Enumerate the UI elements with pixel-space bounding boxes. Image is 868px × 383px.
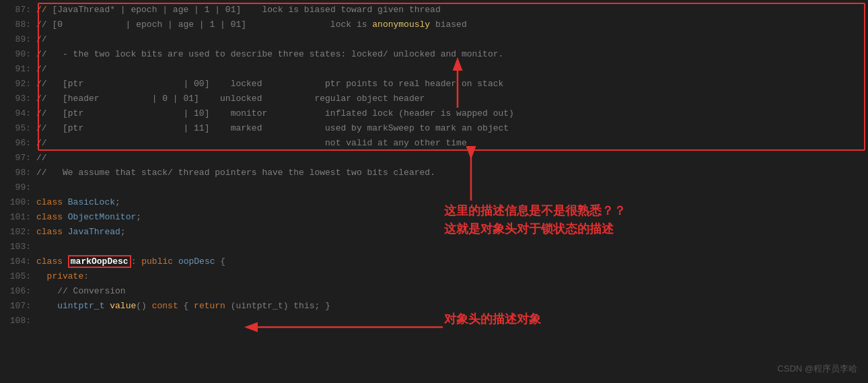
line-107: 107: uintptr_t value() const { return (u… (0, 299, 868, 314)
line-92: 92: // [ptr | 00] locked ptr points to r… (0, 77, 868, 92)
line-number: 90: (5, 47, 31, 62)
bottom-annotation: 对象头的描述对象 (444, 311, 541, 327)
line-number: 88: (5, 18, 31, 32)
line-number: 92: (5, 77, 31, 92)
annotation-bottom: 对象头的描述对象 (444, 312, 541, 326)
line-89: 89: // (0, 32, 868, 47)
line-93: 93: // [header | 0 | 01] unlocked regula… (0, 92, 868, 106)
line-94: 94: // [ptr | 10] monitor inflated lock … (0, 106, 868, 121)
line-number: 87: (5, 3, 31, 18)
line-101: 101: class ObjectMonitor; (0, 210, 868, 225)
line-99: 99: (0, 180, 868, 195)
line-number: 104: (5, 254, 31, 269)
line-103: 103: (0, 240, 868, 254)
line-number: 93: (5, 92, 31, 106)
csdn-label: CSDN @程序员李哈 (777, 363, 857, 375)
line-97: 97: // (0, 151, 868, 166)
line-number: 102: (5, 225, 31, 240)
line-105: 105: private: (0, 269, 868, 284)
line-87: 87: // [JavaThread* | epoch | age | 1 | … (0, 3, 868, 18)
arrow-top (458, 54, 659, 121)
line-95: 95: // [ptr | 11] marked used by markSwe… (0, 121, 868, 136)
line-102: 102: class JavaThread; (0, 225, 868, 240)
line-number: 89: (5, 32, 31, 47)
line-number: 107: (5, 299, 31, 314)
line-91: 91: // (0, 62, 868, 77)
line-104: 104: class markOopDesc: public oopDesc { (0, 254, 868, 269)
code-editor: 87: // [JavaThread* | epoch | age | 1 | … (0, 0, 868, 331)
line-number: 99: (5, 180, 31, 195)
line-100: 100: class BasicLock; (0, 195, 868, 210)
line-number: 103: (5, 240, 31, 254)
line-number: 108: (5, 314, 31, 328)
line-106: 106: // Conversion (0, 284, 868, 299)
line-number: 91: (5, 62, 31, 77)
line-98: 98: // We assume that stack/ thread poin… (0, 166, 868, 180)
arrow-bottom-connector (241, 320, 443, 383)
line-88: 88: // [0 | epoch | age | 1 | 01] lock i… (0, 18, 868, 32)
line-number: 101: (5, 210, 31, 225)
arrow-top-connector (471, 153, 673, 254)
line-number: 105: (5, 269, 31, 284)
line-number: 94: (5, 106, 31, 121)
line-90: 90: // - the two lock bits are used to d… (0, 47, 868, 62)
line-number: 96: (5, 136, 31, 151)
line-number: 106: (5, 284, 31, 299)
line-number: 95: (5, 121, 31, 136)
markoopdesc-highlight: markOopDesc (68, 255, 131, 268)
line-number: 100: (5, 195, 31, 210)
line-number: 97: (5, 151, 31, 166)
line-number: 98: (5, 166, 31, 180)
line-96: 96: // not valid at any other time (0, 136, 868, 151)
